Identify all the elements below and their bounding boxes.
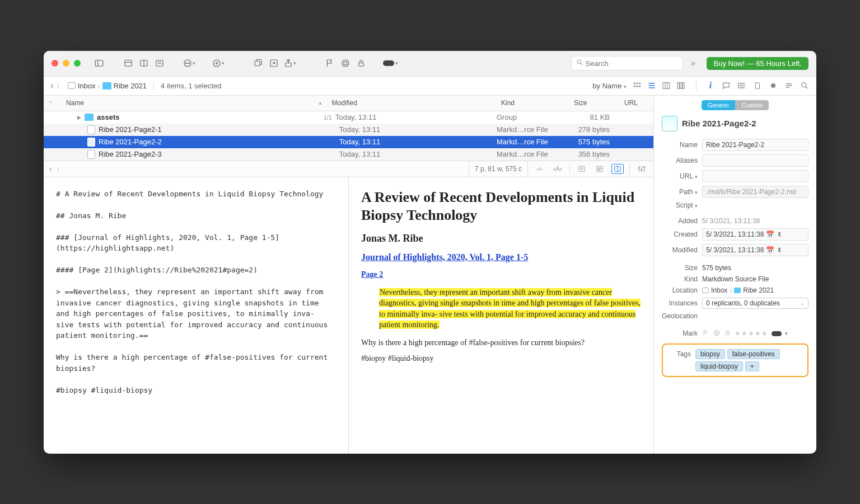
svg-rect-25 [637, 83, 638, 84]
markdown-file-icon [87, 125, 95, 134]
preview-link-journal[interactable]: Journal of Highlights, 2020, Vol. 1, Pag… [361, 252, 641, 262]
tag-add-button[interactable]: + [745, 361, 759, 371]
search-tab-icon[interactable] [800, 81, 810, 91]
source-pane[interactable]: # A Review of Recent Developments in Liq… [44, 177, 349, 454]
editor-back[interactable]: ‹ [49, 164, 52, 173]
col-size[interactable]: Size [569, 99, 620, 107]
inspector-segment: Generic Custom [654, 96, 816, 112]
url-field[interactable] [702, 170, 808, 182]
calendar-icon[interactable]: 📅 [766, 246, 774, 254]
stepper-icon[interactable]: ⬍ [777, 246, 782, 254]
sidebar-toggle-icon[interactable] [92, 57, 106, 69]
close-window[interactable] [52, 60, 58, 67]
aliases-field[interactable] [702, 154, 808, 167]
mark-target-icon[interactable] [713, 329, 721, 338]
view-columns-icon[interactable] [661, 81, 672, 90]
lock-icon[interactable] [354, 57, 368, 69]
nav-forward[interactable]: › [57, 81, 59, 91]
col-modified[interactable]: Modified [327, 99, 497, 107]
file-row[interactable]: ▶assets1/1 Today, 13:11 Group 81 KB [44, 111, 653, 124]
file-name: Ribe 2021-Page2-3 [99, 150, 162, 158]
preview-link-page[interactable]: Page 2 [361, 270, 641, 279]
overflow-icon[interactable]: » [691, 58, 696, 68]
view-mode-1-icon[interactable] [121, 57, 135, 69]
col-url[interactable]: URL [620, 99, 653, 107]
editor-forward[interactable]: › [57, 164, 59, 173]
view-list-icon[interactable] [647, 81, 658, 90]
sort-dropdown[interactable]: by Name ▾ [592, 82, 627, 90]
svg-point-42 [738, 83, 739, 83]
svg-rect-2 [125, 60, 132, 67]
font-larger-icon[interactable]: ‹A› [551, 164, 564, 174]
tag[interactable]: liquid-biopsy [695, 361, 743, 371]
view-gallery-icon[interactable] [676, 81, 687, 90]
record-tab-icon[interactable] [768, 81, 778, 91]
font-smaller-icon[interactable]: ‹A› [534, 164, 546, 174]
name-field[interactable] [702, 139, 808, 151]
view-split-icon[interactable] [611, 164, 624, 174]
settings-icon[interactable] [635, 164, 648, 174]
stepper-icon[interactable]: ⬍ [777, 230, 782, 238]
flag-icon[interactable] [322, 57, 337, 69]
segment-generic[interactable]: Generic [702, 100, 736, 110]
maximize-window[interactable] [74, 60, 81, 67]
share-icon[interactable]: ▾ [282, 57, 297, 69]
col-flag[interactable] [44, 100, 62, 106]
tag[interactable]: biopsy [695, 349, 725, 359]
file-kind: Markd…rce File [497, 125, 569, 134]
mark-flag-icon[interactable] [702, 329, 709, 338]
tag[interactable]: false-positives [727, 349, 780, 359]
mark-controls: ★★★★★ ▾ [702, 329, 788, 338]
search-field[interactable] [571, 56, 683, 70]
document-tab-icon[interactable] [752, 81, 763, 91]
rating-stars[interactable]: ★★★★★ [735, 329, 768, 337]
label-color-icon[interactable]: ▾ [383, 57, 398, 69]
file-row[interactable]: Ribe 2021-Page2-2 Today, 13:11 Markd…rce… [44, 136, 653, 148]
breadcrumb-folder[interactable]: Ribe 2021 [102, 82, 147, 90]
file-name: Ribe 2021-Page2-2 [99, 138, 162, 146]
file-row[interactable]: Ribe 2021-Page2-3 Today, 13:11 Markd…rce… [44, 148, 653, 161]
view-switcher [632, 81, 687, 90]
buy-now-button[interactable]: Buy Now! — 65 Hours Left. [707, 57, 808, 70]
new-item-icon[interactable]: ▾ [211, 57, 225, 69]
file-row[interactable]: Ribe 2021-Page2-1 Today, 13:11 Markd…rce… [44, 124, 653, 136]
preview-paragraph: Why is there a high percentage of #false… [361, 338, 641, 347]
col-name[interactable]: Name▲ [62, 99, 327, 107]
mark-label-pill[interactable] [772, 331, 782, 336]
svg-rect-21 [359, 63, 364, 66]
modified-field[interactable]: 5/ 3/2021, 13:11:38📅⬍ [702, 244, 808, 256]
minimize-window[interactable] [63, 60, 69, 67]
view-source-icon[interactable] [576, 164, 588, 174]
view-grid-icon[interactable] [632, 81, 643, 90]
windows-icon[interactable] [251, 57, 265, 69]
col-kind[interactable]: Kind [497, 99, 569, 107]
info-tab-icon[interactable]: i [705, 81, 716, 91]
location-crumb[interactable]: Inbox › Ribe 2021 [702, 286, 774, 294]
mark-menu-icon[interactable]: ▾ [785, 331, 788, 336]
created-field[interactable]: 5/ 3/2021, 13:11:38📅⬍ [702, 228, 808, 241]
added-value: 5/ 3/2021, 13:11:38 [702, 217, 808, 225]
instances-select[interactable]: 0 replicants, 0 duplicates⌄ [702, 298, 808, 309]
nav-back[interactable]: ‹ [50, 81, 53, 91]
svg-rect-36 [677, 83, 679, 89]
svg-rect-33 [663, 83, 670, 89]
mark-lock-icon[interactable] [724, 329, 731, 338]
folder-icon [85, 114, 94, 121]
annotations-tab-icon[interactable] [721, 81, 731, 91]
text-tab-icon[interactable] [784, 81, 794, 91]
view-mode-2-icon[interactable] [137, 57, 151, 69]
view-mode-3-icon[interactable] [152, 57, 167, 69]
target-icon[interactable] [338, 57, 353, 69]
view-preview-icon[interactable] [593, 164, 606, 174]
inspector-tabs: i [705, 81, 810, 91]
calendar-icon[interactable]: 📅 [766, 230, 774, 238]
markdown-file-icon [87, 138, 95, 147]
path-field[interactable] [702, 186, 808, 198]
actions-menu-icon[interactable]: ▾ [181, 57, 196, 69]
disclosure-icon[interactable]: ▶ [77, 115, 81, 120]
toc-tab-icon[interactable] [737, 81, 747, 91]
segment-custom[interactable]: Custom [735, 100, 769, 110]
search-input[interactable] [586, 59, 678, 68]
breadcrumb-inbox[interactable]: Inbox [68, 82, 96, 90]
open-external-icon[interactable] [267, 57, 281, 69]
